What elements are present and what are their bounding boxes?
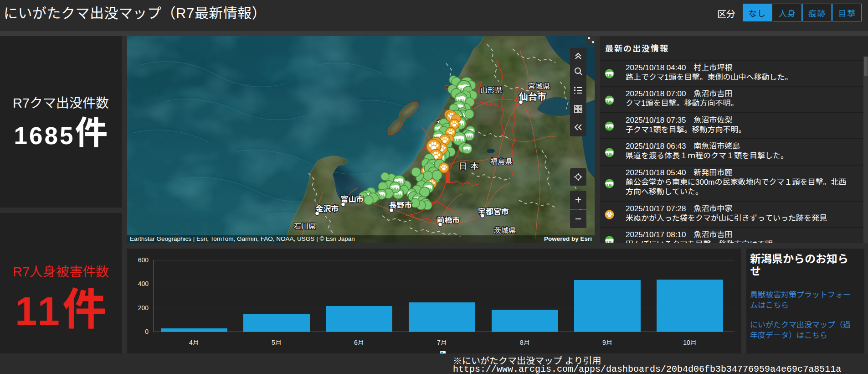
svg-text:茨城県: 茨城県 (494, 227, 516, 234)
svg-text:宮城県: 宮城県 (528, 83, 550, 90)
svg-text:仙台市: 仙台市 (519, 92, 546, 102)
svg-text:山形県: 山形県 (480, 86, 502, 94)
svg-text:日本: 日本 (458, 161, 482, 171)
svg-text:福島県: 福島県 (490, 158, 512, 166)
svg-text:石川県: 石川県 (294, 223, 316, 230)
